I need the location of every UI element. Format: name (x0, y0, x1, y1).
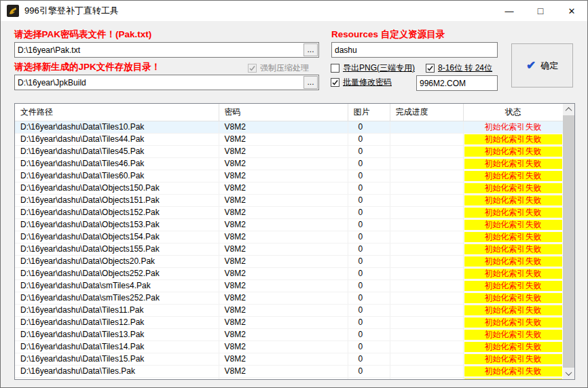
status-badge: 初始化索引失败 (464, 379, 562, 381)
cell-progress (390, 304, 463, 316)
cell-progress (390, 133, 463, 145)
status-badge: 初始化索引失败 (464, 134, 562, 144)
resources-input[interactable] (332, 43, 497, 57)
file-table: 文件路径 密码 图片 完成进度 状态 D:\16year\dashu\Data\… (15, 104, 564, 380)
cell-status: 初始化索引失败 (463, 328, 563, 341)
cell-status: 初始化索引失败 (463, 121, 563, 133)
status-badge: 初始化索引失败 (464, 317, 562, 328)
export-png-checkbox[interactable]: 导出PNG(三端专用) (331, 62, 415, 74)
table-row[interactable]: D:\16year\dashu\Data\Tiles.Pak V8M2 0 初始… (15, 365, 563, 377)
cell-progress (390, 194, 463, 206)
scroll-down-button[interactable] (563, 368, 574, 379)
jpk-path-field-wrap: ... (14, 75, 319, 90)
table-row[interactable]: D:\16year\dashu\Data\Objects152.Pak V8M2… (15, 206, 563, 218)
batch-password-label: 批量修改密码 (343, 77, 392, 88)
close-button[interactable]: ✕ (556, 1, 587, 21)
table-row[interactable]: D:\16year\dashu\Data\Tiles12.Pak V8M2 0 … (15, 316, 563, 328)
table-row[interactable]: D:\16year\dashu\Data\Tiles15.Pak V8M2 0 … (15, 353, 563, 365)
cell-path: D:\16year\dashu\Data\Objects153.Pak (15, 218, 219, 231)
cell-path: D:\16year\dashu\Data\Tiles.Pak (15, 365, 219, 377)
column-header-password[interactable]: 密码 (219, 104, 348, 121)
cell-password: V8M2 (219, 377, 348, 380)
cell-path: D:\16year\dashu\Data\Tiles46.Pak (15, 157, 219, 170)
cell-path: D:\16year\dashu\Data\Tiles60.Pak (15, 170, 219, 182)
cell-password: V8M2 (219, 292, 348, 304)
resources-field-wrap (331, 42, 498, 58)
status-badge: 初始化索引失败 (464, 305, 562, 315)
cell-status: 初始化索引失败 (463, 157, 563, 170)
table-header-row: 文件路径 密码 图片 完成进度 状态 (15, 104, 563, 121)
table-row[interactable]: D:\16year\dashu\Data\Objects153.Pak V8M2… (15, 218, 563, 231)
force-compress-label: 强制压缩处理 (260, 62, 309, 74)
table-row[interactable]: D:\16year\dashu\Data\Tiles60.Pak V8M2 0 … (15, 170, 563, 182)
table-row[interactable]: D:\16year\dashu\Data\Tiles14.Pak V8M2 0 … (15, 341, 563, 353)
table-row[interactable]: D:\16year\dashu\Data\Objects151.Pak V8M2… (15, 194, 563, 206)
jpk-dir-label: 请选择新生成的JPK文件存放目录！ (14, 61, 160, 73)
titlebar: 996引擎登补丁直转工具 — □ ✕ (1, 1, 587, 21)
pak-browse-button[interactable]: ... (304, 43, 318, 56)
status-badge: 初始化索引失败 (464, 159, 562, 169)
table-row[interactable]: D:\16year\dashu\Data\Tiles46.Pak V8M2 0 … (15, 157, 563, 170)
column-header-path[interactable]: 文件路径 (15, 104, 219, 121)
checkbox-checked-icon (331, 78, 339, 87)
cell-images: 0 (348, 255, 390, 267)
table-row[interactable]: D:\16year\dashu\Data\Tiles252.Pak V8M2 0… (15, 377, 563, 380)
cell-progress (390, 145, 463, 157)
cell-status: 初始化索引失败 (463, 304, 563, 316)
table-row[interactable]: D:\16year\dashu\Data\Tiles13.Pak V8M2 0 … (15, 328, 563, 341)
table-row[interactable]: D:\16year\dashu\Data\Tiles11.Pak V8M2 0 … (15, 304, 563, 316)
scrollbar-thumb[interactable] (563, 115, 574, 368)
cell-images: 0 (348, 365, 390, 377)
confirm-button[interactable]: ✔ 确定 (511, 43, 573, 88)
app-icon (7, 5, 19, 17)
cell-path: D:\16year\dashu\Data\Objects150.Pak (15, 182, 219, 194)
table-row[interactable]: D:\16year\dashu\Data\Tiles10.Pak V8M2 0 … (15, 121, 563, 133)
chevron-down-icon (566, 369, 572, 376)
scroll-up-button[interactable] (563, 104, 574, 115)
table-row[interactable]: D:\16year\dashu\Data\Tiles45.Pak V8M2 0 … (15, 145, 563, 157)
table-row[interactable]: D:\16year\dashu\Data\Objects150.Pak V8M2… (15, 182, 563, 194)
cell-images: 0 (348, 133, 390, 145)
cell-status: 初始化索引失败 (463, 243, 563, 255)
cell-status: 初始化索引失败 (463, 145, 563, 157)
status-badge: 初始化索引失败 (464, 293, 562, 303)
minimize-button[interactable]: — (494, 1, 525, 21)
batch-password-input[interactable] (417, 76, 497, 90)
cell-password: V8M2 (219, 121, 348, 133)
cell-path: D:\16year\dashu\Data\Tiles10.Pak (15, 121, 219, 133)
pak-file-label: 请选择PAK密码表文件！(Pak.txt) (14, 28, 151, 41)
table-row[interactable]: D:\16year\dashu\Data\Objects154.Pak V8M2… (15, 231, 563, 243)
batch-password-field-wrap (416, 75, 498, 91)
cell-progress (390, 279, 463, 292)
table-row[interactable]: D:\16year\dashu\Data\smTiles252.Pak V8M2… (15, 292, 563, 304)
cell-images: 0 (348, 157, 390, 170)
table-row[interactable]: D:\16year\dashu\Data\Objects252.Pak V8M2… (15, 267, 563, 279)
column-header-status[interactable]: 状态 (463, 104, 563, 121)
vertical-scrollbar[interactable] (563, 104, 574, 379)
column-header-images[interactable]: 图片 (348, 104, 390, 121)
jpk-browse-button[interactable]: ... (304, 76, 318, 89)
table-row[interactable]: D:\16year\dashu\Data\smTiles4.Pak V8M2 0… (15, 279, 563, 292)
cell-progress (390, 377, 463, 380)
table-row[interactable]: D:\16year\dashu\Data\Tiles44.Pak V8M2 0 … (15, 133, 563, 145)
batch-password-checkbox[interactable]: 批量修改密码 (331, 77, 392, 88)
table-row[interactable]: D:\16year\dashu\Data\Objects20.Pak V8M2 … (15, 255, 563, 267)
table-row[interactable]: D:\16year\dashu\Data\Objects155.Pak V8M2… (15, 243, 563, 255)
pak-path-input[interactable] (15, 43, 302, 57)
maximize-button[interactable]: □ (525, 1, 556, 21)
column-header-progress[interactable]: 完成进度 (390, 104, 463, 121)
bit-convert-checkbox[interactable]: 8-16位 转 24位 (426, 62, 492, 74)
cell-images: 0 (348, 353, 390, 365)
cell-status: 初始化索引失败 (463, 316, 563, 328)
cell-path: D:\16year\dashu\Data\Tiles252.Pak (15, 377, 219, 380)
cell-path: D:\16year\dashu\Data\Tiles14.Pak (15, 341, 219, 353)
cell-path: D:\16year\dashu\Data\Objects20.Pak (15, 255, 219, 267)
jpk-path-input[interactable] (15, 75, 302, 90)
cell-password: V8M2 (219, 341, 348, 353)
cell-progress (390, 182, 463, 194)
cell-progress (390, 218, 463, 231)
status-badge: 初始化索引失败 (464, 244, 562, 254)
cell-path: D:\16year\dashu\Data\smTiles4.Pak (15, 279, 219, 292)
cell-progress (390, 121, 463, 133)
cell-progress (390, 231, 463, 243)
